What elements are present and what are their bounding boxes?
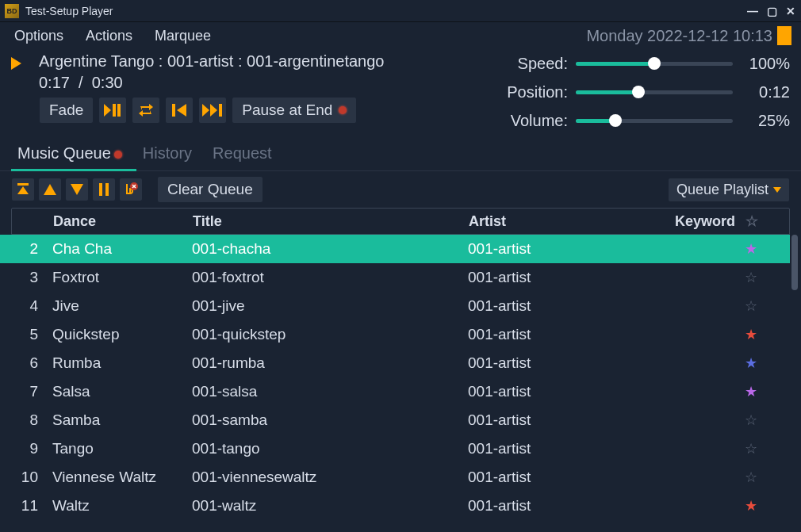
col-favorite-icon[interactable]: ☆ — [740, 212, 764, 230]
col-keyword[interactable]: Keyword — [662, 213, 740, 230]
favorite-star-icon[interactable]: ★ — [739, 354, 763, 372]
move-top-button[interactable] — [11, 178, 35, 201]
row-title: 001-chacha — [189, 240, 465, 258]
position-value: 0:12 — [742, 83, 790, 101]
row-number: 9 — [11, 440, 46, 457]
row-number: 6 — [11, 354, 46, 372]
window-title: Test-Setup Player — [25, 5, 747, 17]
row-dance: Quickstep — [46, 326, 189, 343]
row-dance: Salsa — [46, 383, 189, 400]
row-number: 4 — [11, 297, 46, 315]
speed-value: 100% — [742, 55, 790, 73]
titlebar: BD Test-Setup Player — ▢ ✕ — [0, 0, 801, 22]
row-artist: 001-artist — [465, 411, 661, 429]
row-number: 8 — [11, 411, 46, 429]
volume-label: Volume: — [489, 112, 568, 130]
favorite-star-icon[interactable]: ☆ — [739, 440, 763, 457]
queue-toolbar: Clear Queue Queue Playlist — [0, 171, 801, 208]
record-dot-icon — [339, 106, 347, 114]
row-title: 001-salsa — [189, 383, 465, 400]
tab-history[interactable]: History — [136, 138, 206, 170]
speed-slider[interactable] — [576, 62, 733, 66]
speed-slider-row: Speed: 100% — [489, 52, 790, 75]
row-artist: 001-artist — [465, 440, 661, 457]
position-slider-row: Position: 0:12 — [489, 81, 790, 103]
favorite-star-icon[interactable]: ☆ — [739, 269, 763, 286]
chevron-down-icon — [773, 187, 781, 193]
favorite-star-icon[interactable]: ★ — [739, 383, 763, 400]
favorite-star-icon[interactable]: ★ — [739, 240, 763, 258]
favorite-star-icon[interactable]: ☆ — [739, 297, 763, 315]
remove-button[interactable] — [119, 178, 143, 201]
menu-options[interactable]: Options — [10, 25, 75, 48]
row-number: 2 — [11, 240, 46, 258]
row-number: 7 — [11, 383, 46, 400]
row-title: 001-waltz — [189, 497, 465, 515]
close-icon[interactable]: ✕ — [785, 6, 796, 17]
fade-button[interactable]: Fade — [39, 97, 94, 124]
svg-rect-0 — [113, 104, 116, 117]
col-title[interactable]: Title — [190, 213, 466, 230]
toggle-pause-button[interactable] — [92, 178, 116, 201]
row-dance: Samba — [46, 411, 189, 429]
table-row[interactable]: 10Viennese Waltz001-viennesewaltz001-art… — [11, 463, 790, 492]
begin-song-button[interactable] — [165, 97, 194, 124]
minimize-icon[interactable]: — — [747, 6, 758, 17]
favorite-star-icon[interactable]: ☆ — [739, 411, 763, 429]
tab-bar: Music Queue History Request — [0, 138, 801, 171]
queue-playlist-dropdown[interactable]: Queue Playlist — [668, 178, 790, 202]
svg-rect-2 — [172, 104, 175, 117]
svg-rect-5 — [99, 183, 102, 196]
table-row[interactable]: 5Quickstep001-quickstep001-artist★ — [11, 320, 790, 349]
tab-music-queue[interactable]: Music Queue — [11, 138, 136, 170]
row-dance: Rumba — [46, 354, 189, 372]
table-row[interactable]: 7Salsa001-salsa001-artist★ — [11, 377, 790, 406]
row-artist: 001-artist — [465, 297, 661, 315]
row-dance: Waltz — [46, 497, 189, 515]
clear-queue-button[interactable]: Clear Queue — [157, 176, 263, 203]
row-dance: Viennese Waltz — [46, 469, 189, 486]
menu-actions[interactable]: Actions — [75, 25, 144, 48]
pause-at-end-button[interactable]: Pause at End — [232, 97, 357, 124]
row-title: 001-quickstep — [189, 326, 465, 343]
row-artist: 001-artist — [465, 354, 661, 372]
volume-slider[interactable] — [576, 119, 733, 123]
menu-marquee[interactable]: Marquee — [144, 25, 222, 48]
row-artist: 001-artist — [465, 240, 661, 258]
tab-request[interactable]: Request — [206, 138, 286, 170]
favorite-star-icon[interactable]: ★ — [739, 497, 763, 515]
clock-indicator — [777, 26, 791, 45]
row-dance: Cha Cha — [46, 240, 189, 258]
col-artist[interactable]: Artist — [466, 213, 662, 230]
row-number: 10 — [11, 469, 46, 486]
row-dance: Tango — [46, 440, 189, 457]
datetime-label: Monday 2022-12-12 10:13 — [586, 27, 772, 45]
svg-rect-3 — [219, 104, 222, 117]
row-artist: 001-artist — [465, 497, 661, 515]
maximize-icon[interactable]: ▢ — [766, 6, 777, 17]
row-dance: Jive — [46, 297, 189, 315]
table-row[interactable]: 3Foxtrot001-foxtrot001-artist☆ — [11, 263, 790, 292]
row-artist: 001-artist — [465, 269, 661, 286]
table-row[interactable]: 11Waltz001-waltz001-artist★ — [11, 492, 790, 520]
table-row[interactable]: 9Tango001-tango001-artist☆ — [11, 434, 790, 463]
scrollbar[interactable] — [791, 235, 798, 290]
table-row[interactable]: 2Cha Cha001-chacha001-artist★ — [11, 235, 790, 263]
table-row[interactable]: 6Rumba001-rumba001-artist★ — [11, 349, 790, 377]
move-up-button[interactable] — [38, 178, 62, 201]
position-slider[interactable] — [576, 90, 733, 94]
table-header: Dance Title Artist Keyword ☆ — [11, 208, 790, 235]
table-row[interactable]: 8Samba001-samba001-artist☆ — [11, 406, 790, 434]
play-indicator-icon — [11, 57, 21, 70]
favorite-star-icon[interactable]: ★ — [739, 326, 763, 343]
row-title: 001-jive — [189, 297, 465, 315]
move-down-button[interactable] — [65, 178, 89, 201]
next-song-button[interactable] — [198, 97, 227, 124]
svg-rect-1 — [117, 104, 121, 117]
col-dance[interactable]: Dance — [47, 213, 190, 230]
favorite-star-icon[interactable]: ☆ — [739, 469, 763, 486]
repeat-button[interactable] — [132, 97, 160, 124]
row-title: 001-samba — [189, 411, 465, 429]
table-row[interactable]: 4Jive001-jive001-artist☆ — [11, 292, 790, 320]
play-pause-button[interactable] — [98, 97, 127, 124]
